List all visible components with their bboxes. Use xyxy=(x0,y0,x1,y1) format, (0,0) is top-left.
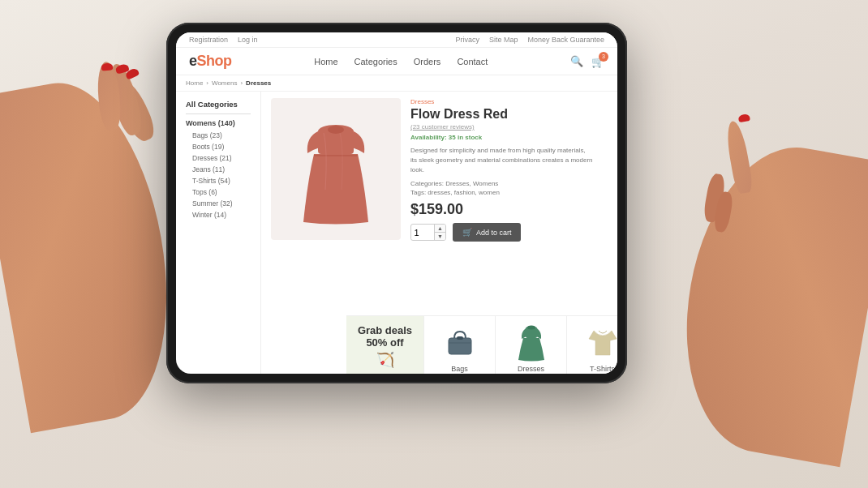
svg-rect-5 xyxy=(457,336,463,340)
tshirts-label: T-Shirts xyxy=(590,365,615,373)
product-details: Dresses Flow Dress Red (23 customer revi… xyxy=(410,98,608,242)
quantity-arrows: ▲ ▼ xyxy=(434,225,445,240)
sidebar-item-summer[interactable]: Summer (32) xyxy=(186,198,251,209)
scroll-area: Dresses Flow Dress Red (23 customer revi… xyxy=(261,92,617,374)
breadcrumb-home[interactable]: Home xyxy=(186,79,203,87)
guarantee-link[interactable]: Money Back Guarantee xyxy=(527,36,604,44)
breadcrumb-womens[interactable]: Womens xyxy=(212,79,237,87)
product-image xyxy=(291,109,380,230)
product-image-wrap xyxy=(271,98,401,240)
category-tshirts[interactable]: T-Shirts xyxy=(566,316,617,375)
sidebar-item-bags[interactable]: Bags (23) xyxy=(186,130,251,141)
nav-home[interactable]: Home xyxy=(314,57,337,66)
svg-point-2 xyxy=(328,126,344,134)
deal-banner[interactable]: Grab deals 50% off 🏹 xyxy=(346,316,423,375)
product-title: Flow Dress Red xyxy=(410,107,608,122)
tshirts-icon xyxy=(586,324,618,358)
product-categories-tag: Categories: Dresses, Womens xyxy=(410,180,608,187)
quantity-input[interactable] xyxy=(411,226,434,239)
sidebar: All Categories Womens (140) Bags (23) Bo… xyxy=(176,92,261,374)
utility-bar: Registration Log in Privacy Site Map Mon… xyxy=(176,32,617,48)
ipad-frame: Registration Log in Privacy Site Map Mon… xyxy=(166,23,627,383)
sitemap-link[interactable]: Site Map xyxy=(489,36,518,44)
product-tags: Tags: dresses, fashion, women xyxy=(410,189,608,196)
qty-down-button[interactable]: ▼ xyxy=(435,233,445,240)
product-reviews[interactable]: (23 customer reviews) xyxy=(410,123,608,131)
sidebar-item-dresses[interactable]: Dresses (21) xyxy=(186,152,251,164)
nav-categories[interactable]: Categories xyxy=(355,57,397,66)
category-strip: Grab deals 50% off 🏹 xyxy=(346,315,617,374)
sidebar-item-jeans[interactable]: Jeans (11) xyxy=(186,164,251,175)
ipad-screen: Registration Log in Privacy Site Map Mon… xyxy=(176,32,617,374)
cart-button[interactable]: 🛒 3 xyxy=(591,55,604,68)
logo[interactable]: eShop xyxy=(189,53,232,70)
sidebar-all-categories[interactable]: All Categories xyxy=(186,100,251,114)
sidebar-item-boots[interactable]: Boots (19) xyxy=(186,141,251,152)
qty-up-button[interactable]: ▲ xyxy=(435,225,445,233)
login-link[interactable]: Log in xyxy=(238,36,258,44)
product-category: Dresses xyxy=(410,98,608,105)
utility-bar-left: Registration Log in xyxy=(189,36,258,44)
product-detail: Dresses Flow Dress Red (23 customer revi… xyxy=(261,92,617,248)
tshirts-image xyxy=(582,320,618,362)
main-content: All Categories Womens (140) Bags (23) Bo… xyxy=(176,92,617,374)
search-icon[interactable]: 🔍 xyxy=(570,55,583,67)
bags-image xyxy=(440,320,480,362)
breadcrumb-sep2: › xyxy=(240,79,243,87)
breadcrumb-sep1: › xyxy=(206,79,208,87)
bags-icon xyxy=(442,323,478,359)
category-dresses[interactable]: Dresses xyxy=(495,316,566,375)
nav-icons: 🔍 🛒 3 xyxy=(570,55,604,68)
dresses-label: Dresses xyxy=(518,365,544,373)
category-bags[interactable]: Bags xyxy=(423,316,495,375)
deal-text-line1: Grab deals xyxy=(358,324,412,336)
cart-badge: 3 xyxy=(599,52,608,62)
product-price: $159.00 xyxy=(410,201,608,218)
quantity-wrapper: ▲ ▼ xyxy=(410,224,446,241)
product-availability: Availability: 35 in stock xyxy=(410,134,608,141)
dresses-image xyxy=(511,320,552,362)
registration-link[interactable]: Registration xyxy=(189,36,228,44)
sidebar-item-winter[interactable]: Winter (14) xyxy=(186,209,251,220)
add-to-cart-row: ▲ ▼ 🛒 Add to cart xyxy=(410,223,608,242)
breadcrumb-dresses[interactable]: Dresses xyxy=(246,79,271,87)
deal-text-line2: 50% off xyxy=(366,336,403,349)
sidebar-item-tops[interactable]: Tops (6) xyxy=(186,186,251,198)
product-description: Designed for simplicity and made from hi… xyxy=(410,146,608,175)
sidebar-item-tshirts[interactable]: T-Shirts (54) xyxy=(186,175,251,186)
privacy-link[interactable]: Privacy xyxy=(455,36,479,44)
breadcrumb: Home › Womens › Dresses xyxy=(176,75,617,92)
add-to-cart-button[interactable]: 🛒 Add to cart xyxy=(453,223,522,242)
utility-bar-right: Privacy Site Map Money Back Guarantee xyxy=(455,36,604,44)
cart-icon-btn: 🛒 xyxy=(462,228,472,237)
nav-contact[interactable]: Contact xyxy=(457,57,488,66)
bags-label: Bags xyxy=(451,365,468,373)
nav-orders[interactable]: Orders xyxy=(414,57,441,66)
nav-links: Home Categories Orders Contact xyxy=(314,57,488,66)
nav-header: eShop Home Categories Orders Contact 🔍 🛒… xyxy=(176,48,617,75)
sidebar-section: Womens (140) xyxy=(186,119,251,127)
dresses-icon xyxy=(517,321,546,362)
svg-rect-4 xyxy=(449,338,471,354)
deal-icon: 🏹 xyxy=(376,351,394,369)
svg-point-9 xyxy=(527,325,535,329)
